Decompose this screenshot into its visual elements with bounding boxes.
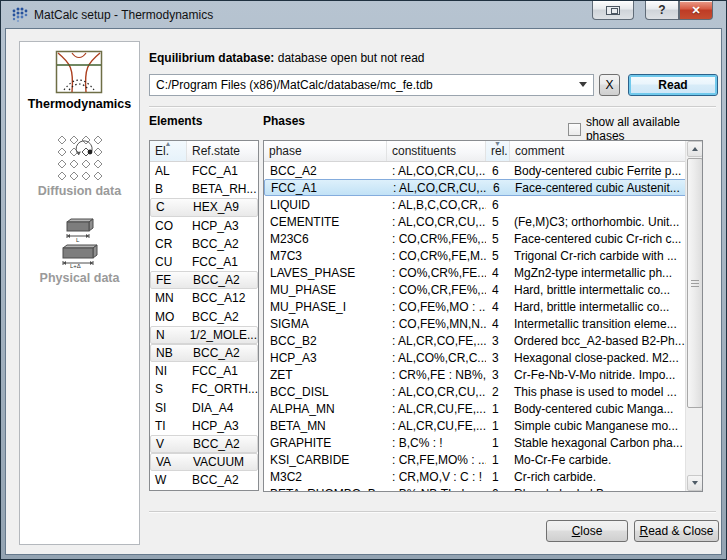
matcalc-setup-window: MatCalc setup - Thermodynamics ? ✕ Therm… (0, 0, 727, 560)
phase-comment: Cr-Fe-Nb-V-Mo nitride. Impo... (510, 368, 687, 382)
equilibrium-database-label: Equilibrium database: database open but … (149, 51, 425, 65)
phase-row[interactable]: BETA_RHOMBO_B: B%,NB,TI : !0Rhombohedral… (264, 485, 687, 491)
element-row[interactable]: VBCC_A2 (150, 435, 258, 453)
phase-row[interactable]: CEMENTITE: AL,CO,CR,CU,...5(Fe,M)C3; ort… (264, 213, 687, 230)
show-all-phases-checkbox[interactable]: show all available phases (568, 115, 721, 143)
phase-constituents: : AL,CO,CR,CU,... (387, 164, 486, 178)
phase-row[interactable]: LIQUID: AL,B,C,CO,CR,...6 (264, 196, 687, 213)
phase-name: M23C6 (264, 232, 387, 246)
element-symbol: NI (150, 364, 187, 378)
elements-section-label: Elements (149, 114, 202, 128)
phases-scrollbar[interactable] (685, 141, 702, 491)
thermodynamics-icon (55, 50, 103, 94)
element-symbol: FE (151, 273, 188, 287)
element-symbol: CU (150, 255, 187, 269)
phase-constituents: : AL,CR,CU,FE,... (387, 419, 486, 433)
element-row[interactable]: CUFCC_A1 (150, 253, 258, 271)
window-mode-button[interactable] (592, 1, 634, 20)
element-refstate: FCC_A1 (187, 164, 258, 178)
sort-desc-icon: ▼ (494, 140, 501, 147)
phase-row[interactable]: MU_PHASE_I: CO,FE%,MO : ...4Hard, brittl… (264, 298, 687, 315)
phases-header-phase[interactable]: phase (264, 141, 387, 161)
titlebar[interactable]: MatCalc setup - Thermodynamics ? ✕ (5, 1, 722, 28)
phase-row[interactable]: LAVES_PHASE: CO%,CR%,FE...4MgZn2-type in… (264, 264, 687, 281)
phase-comment: Hexagonal close-packed. M2... (510, 351, 687, 365)
phase-row[interactable]: KSI_CARBIDE: CR,FE,MO% : ...1Mo-Cr-Fe ca… (264, 451, 687, 468)
phase-row[interactable]: BCC_A2: AL,CO,CR,CU,...6Body-centered cu… (264, 162, 687, 179)
element-symbol: NB (151, 346, 188, 360)
phase-row[interactable]: BETA_MN: AL,CR,CU,FE,...1Simple cubic Ma… (264, 417, 687, 434)
scrollbar-down-button[interactable] (687, 475, 703, 491)
scrollbar-thumb[interactable] (687, 158, 703, 408)
element-row[interactable]: CRBCC_A2 (150, 235, 258, 253)
element-symbol: C (151, 200, 188, 214)
element-symbol: VA (151, 455, 188, 469)
phase-row[interactable]: SIGMA: CO,FE%,MN,N...4Intermetallic tran… (264, 315, 687, 332)
element-row[interactable]: MOBCC_A2 (150, 308, 258, 326)
phase-rel: 6 (486, 164, 510, 178)
phase-row[interactable]: BCC_B2: AL,CR,CO,FE,...3Ordered bcc_A2-b… (264, 332, 687, 349)
elements-header-el[interactable]: ▲ El. (150, 141, 187, 161)
element-row[interactable]: NIFCC_A1 (150, 362, 258, 380)
phase-row[interactable]: ALPHA_MN: AL,CR,CU,FE,...1Body-centered … (264, 400, 687, 417)
phase-comment: Mo-Cr-Fe carbide. (510, 453, 687, 467)
element-row[interactable]: BBETA_RH... (150, 180, 258, 198)
clear-database-button[interactable]: X (599, 74, 620, 96)
phases-header-rel[interactable]: ▼ rel. (486, 141, 510, 161)
read-button[interactable]: Read (628, 74, 718, 96)
element-refstate: FC_ORTH... (187, 382, 258, 396)
phase-row[interactable]: FCC_A1: AL,CO,CR,CU,...6Face-centered cu… (264, 179, 687, 196)
phase-row[interactable]: MU_PHASE: CO%,CR,FE%,...4Hard, brittle i… (264, 281, 687, 298)
element-symbol: V (151, 437, 188, 451)
phase-row[interactable]: BCC_DISL: AL,CO,CR,CU,...2This phase is … (264, 383, 687, 400)
element-row[interactable]: SIDIA_A4 (150, 398, 258, 416)
read-and-close-button[interactable]: Read & Close (634, 520, 719, 542)
phase-row[interactable]: ZET: CR%,FE : NB%,...3Cr-Fe-Nb-V-Mo nitr… (264, 366, 687, 383)
element-row[interactable]: MNBCC_A12 (150, 289, 258, 307)
phase-constituents: : B%,NB,TI : ! (387, 487, 486, 492)
element-row[interactable]: COHCP_A3 (150, 217, 258, 235)
database-path-value: C:/Program Files (x86)/MatCalc/database/… (156, 78, 433, 92)
dialog-body: Thermodynamics Diffusion data (5, 28, 722, 555)
phase-row[interactable]: HCP_A3: AL,CO%,CR,C...3Hexagonal close-p… (264, 349, 687, 366)
phase-comment: Ordered bcc_A2-based B2-Ph... (510, 334, 687, 348)
element-row[interactable]: CHEX_A9 (150, 198, 258, 216)
phase-row[interactable]: M3C2: CR,MO,V : C : !1Cr-rich carbide. (264, 468, 687, 485)
phase-rel: 5 (486, 249, 510, 263)
phases-header-comment[interactable]: comment (510, 141, 702, 161)
phase-row[interactable]: M23C6: CO,CR%,FE%,...5Face-centered cubi… (264, 230, 687, 247)
element-row[interactable]: NBBCC_A2 (150, 344, 258, 362)
phases-header-constituents[interactable]: constituents (387, 141, 486, 161)
phase-name: BCC_DISL (264, 385, 387, 399)
element-row[interactable]: ALFCC_A1 (150, 162, 258, 180)
phase-row[interactable]: M7C3: CO,CR%,FE,M...5Trigonal Cr-rich ca… (264, 247, 687, 264)
svg-text:L: L (76, 237, 80, 243)
database-status: database open but not read (278, 51, 425, 65)
phase-rel: 1 (486, 436, 510, 450)
header-label: Ref.state (192, 144, 240, 158)
close-window-button[interactable]: ✕ (679, 1, 713, 20)
element-row[interactable]: N1/2_MOLE... (150, 326, 258, 344)
sidebar-item-thermodynamics[interactable]: Thermodynamics (28, 50, 132, 111)
element-row[interactable]: FEBCC_A2 (150, 271, 258, 289)
phase-name: BCC_B2 (264, 334, 387, 348)
phase-constituents: : CO%,CR,FE%,... (387, 283, 486, 297)
element-symbol: S (150, 382, 187, 396)
sidebar-item-physical-data[interactable]: L L+Δ Physical data (40, 216, 120, 285)
element-refstate: BCC_A2 (187, 310, 258, 324)
element-row[interactable]: VAVACUUM (150, 453, 258, 471)
scrollbar-up-icon (692, 147, 698, 151)
element-row[interactable]: SFC_ORTH... (150, 380, 258, 398)
close-button[interactable]: Close (546, 520, 628, 542)
element-row[interactable]: WBCC_A2 (150, 471, 258, 489)
help-button[interactable]: ? (645, 1, 679, 20)
phase-rel: 3 (486, 368, 510, 382)
scrollbar-up-button[interactable] (687, 141, 703, 157)
phase-constituents: : CR%,FE : NB%,... (387, 368, 486, 382)
sidebar-item-diffusion-data[interactable]: Diffusion data (38, 133, 121, 198)
element-row[interactable]: TIHCP_A3 (150, 417, 258, 435)
phase-rel: 4 (486, 317, 510, 331)
database-path-combobox[interactable]: C:/Program Files (x86)/MatCalc/database/… (149, 74, 594, 96)
phase-row[interactable]: GRAPHITE: B,C% : !1Stable hexagonal Carb… (264, 434, 687, 451)
elements-header-refstate[interactable]: Ref.state (187, 141, 258, 161)
